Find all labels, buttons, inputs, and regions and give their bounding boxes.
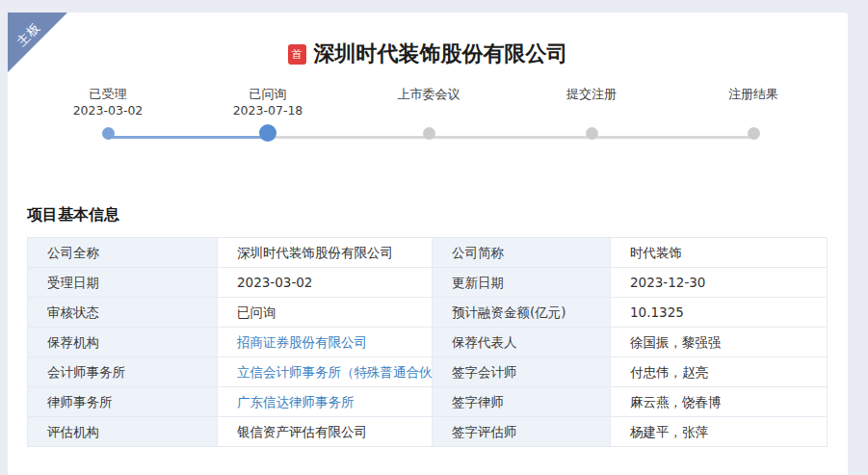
timeline-stage: 已受理2023-03-02 xyxy=(36,86,180,143)
page-title-row: 首 深圳时代装饰股份有限公司 xyxy=(8,40,848,68)
timeline-stage-date xyxy=(681,102,826,119)
timeline-stage: 上市委会议 xyxy=(356,86,501,143)
info-value-link[interactable]: 立信会计师事务所（特殊普通合伙） xyxy=(218,357,433,387)
info-label: 保荐代表人 xyxy=(433,328,611,357)
timeline-stage-date xyxy=(356,102,501,119)
info-label: 保荐机构 xyxy=(28,328,218,357)
timeline-stage-name: 已受理 xyxy=(36,86,180,102)
timeline-stage: 注册结果 xyxy=(681,86,826,143)
info-label: 公司全称 xyxy=(28,238,218,268)
info-label: 预计融资金额(亿元) xyxy=(433,298,611,328)
info-label: 签字律师 xyxy=(433,387,611,417)
info-label: 更新日期 xyxy=(433,268,611,298)
info-value: 银信资产评估有限公司 xyxy=(218,417,433,447)
info-value: 付忠伟，赵亮 xyxy=(611,357,828,387)
timeline-stage: 已问询2023-07-18 xyxy=(196,86,340,143)
info-value-link[interactable]: 广东信达律师事务所 xyxy=(218,387,433,417)
review-status-timeline: 已受理2023-03-02已问询2023-07-18上市委会议提交注册注册结果 xyxy=(8,86,848,155)
timeline-stage-date: 2023-03-02 xyxy=(36,102,180,119)
info-label: 审核状态 xyxy=(28,298,218,328)
timeline-stage-name: 上市委会议 xyxy=(356,86,501,102)
page-title: 深圳时代装饰股份有限公司 xyxy=(314,40,568,68)
timeline-stage: 提交注册 xyxy=(519,86,664,143)
info-label: 律师事务所 xyxy=(28,387,218,417)
info-value: 杨建平，张萍 xyxy=(611,417,828,447)
ipo-detail-card: 主板 首 深圳时代装饰股份有限公司 已受理2023-03-02已问询2023-0… xyxy=(8,13,848,475)
info-value: 10.1325 xyxy=(611,298,828,328)
section-title: 项目基本信息 xyxy=(27,205,119,225)
info-value: 2023-03-02 xyxy=(218,268,433,298)
info-value: 已问询 xyxy=(218,298,433,328)
timeline-stage-dot xyxy=(423,127,435,140)
timeline-stage-date: 2023-07-18 xyxy=(196,102,340,119)
timeline-stage-dot xyxy=(102,127,115,140)
info-value: 时代装饰 xyxy=(611,238,828,268)
info-label: 签字评估师 xyxy=(433,417,611,447)
timeline-stage-name: 提交注册 xyxy=(519,86,664,102)
project-info-table: 公司全称深圳时代装饰股份有限公司公司简称时代装饰受理日期2023-03-02更新… xyxy=(27,237,827,447)
timeline-stage-name: 已问询 xyxy=(196,86,340,102)
info-label: 公司简称 xyxy=(433,238,611,268)
info-value: 2023-12-30 xyxy=(611,268,828,298)
ipo-first-badge-icon: 首 xyxy=(288,44,306,65)
info-value: 深圳时代装饰股份有限公司 xyxy=(218,238,433,268)
info-label: 受理日期 xyxy=(28,268,218,298)
info-value: 麻云燕，饶春博 xyxy=(611,387,828,417)
info-value: 徐国振，黎强强 xyxy=(611,328,828,357)
timeline-stage-dot xyxy=(748,127,760,140)
timeline-stage-date xyxy=(519,102,664,119)
info-label: 签字会计师 xyxy=(433,357,611,387)
timeline-stage-dot xyxy=(259,124,276,142)
info-value-link[interactable]: 招商证券股份有限公司 xyxy=(218,328,433,357)
info-label: 评估机构 xyxy=(28,417,218,447)
info-label: 会计师事务所 xyxy=(28,357,218,387)
timeline-stage-name: 注册结果 xyxy=(681,86,826,102)
timeline-stage-dot xyxy=(586,127,598,140)
